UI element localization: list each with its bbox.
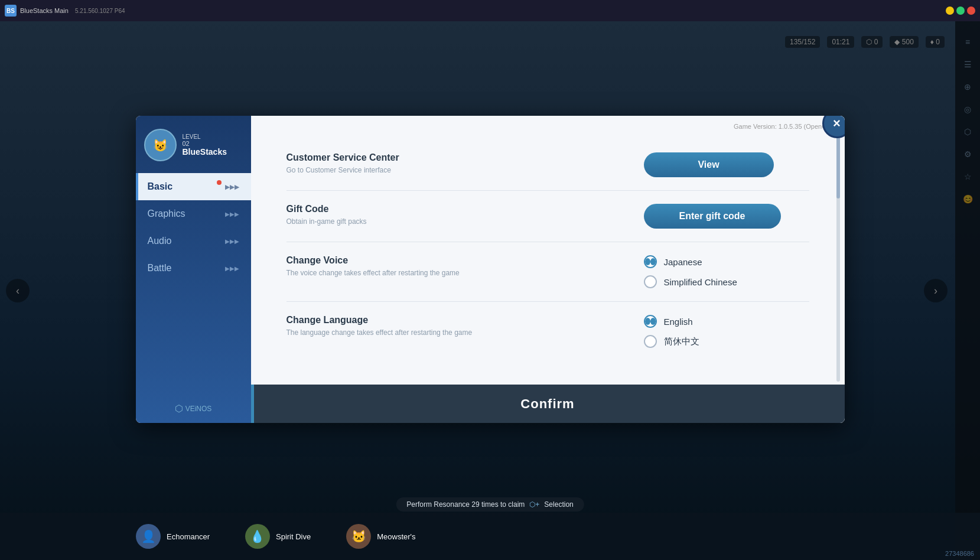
change-voice-control: Japanese Simplified Chinese — [644, 255, 809, 288]
notification-dot — [217, 180, 222, 185]
avatar-info: LEVEL 02 BlueStacks — [183, 134, 227, 157]
change-voice-title: Change Voice — [286, 255, 535, 266]
scrollbar[interactable] — [836, 128, 840, 382]
gift-code-label: Gift Code Obtain in-game gift packs — [286, 204, 535, 227]
app-icon: BS — [5, 5, 17, 17]
change-voice-label: Change Voice The voice change takes effe… — [286, 255, 535, 278]
avatar-level-num: 02 — [183, 140, 227, 147]
voice-japanese-radio[interactable] — [644, 255, 657, 268]
player-avatar-section: 😺 LEVEL 02 BlueStacks — [136, 122, 251, 168]
change-language-label: Change Language The language change take… — [286, 315, 535, 338]
app-title: BlueStacks Main 5.21.560.1027 P64 — [20, 7, 946, 14]
customer-service-control: View — [644, 152, 809, 177]
change-voice-desc: The voice change takes effect after rest… — [286, 268, 535, 278]
voice-simplified-chinese-label: Simplified Chinese — [664, 277, 737, 287]
change-language-desc: The language change takes effect after r… — [286, 328, 535, 338]
voice-simplified-chinese-radio[interactable] — [644, 275, 657, 288]
titlebar: BS BlueStacks Main 5.21.560.1027 P64 — [0, 0, 980, 21]
customer-service-desc: Go to Customer Service interface — [286, 165, 535, 175]
confirm-label: Confirm — [520, 396, 574, 412]
scrollbar-thumb[interactable] — [836, 128, 840, 198]
settings-content-area: Game Version: 1.0.5.35 (OpenGL) Customer… — [251, 116, 845, 423]
language-simplified-chinese-option[interactable]: 简休中文 — [644, 335, 699, 348]
language-english-option[interactable]: English — [644, 315, 693, 328]
settings-modal: × 😺 LEVEL 02 BlueStacks Basic ▶▶▶ — [136, 116, 845, 423]
voice-simplified-chinese-option[interactable]: Simplified Chinese — [644, 275, 737, 288]
customer-service-row: Customer Service Center Go to Customer S… — [286, 139, 809, 191]
window-close-button[interactable] — [967, 6, 975, 15]
veinos-logo: ⬡ VEiNOS — [175, 403, 212, 414]
sidebar-item-battle[interactable]: Battle ▶▶▶ — [136, 255, 251, 282]
avatar-username: BlueStacks — [183, 147, 227, 157]
enter-gift-code-button[interactable]: Enter gift code — [644, 204, 781, 229]
change-voice-row: Change Voice The voice change takes effe… — [286, 242, 809, 302]
change-language-control: English 简休中文 — [644, 315, 809, 348]
gift-code-title: Gift Code — [286, 204, 535, 214]
minimize-button[interactable] — [946, 6, 954, 15]
gift-code-control: Enter gift code — [644, 204, 809, 229]
voice-japanese-label: Japanese — [664, 257, 702, 267]
language-simplified-chinese-label: 简休中文 — [664, 336, 699, 347]
game-version-text: Game Version: 1.0.5.35 (OpenGL) — [734, 123, 833, 130]
customer-service-label: Customer Service Center Go to Customer S… — [286, 152, 535, 175]
customer-service-title: Customer Service Center — [286, 152, 535, 163]
language-simplified-chinese-radio[interactable] — [644, 335, 657, 348]
change-language-row: Change Language The language change take… — [286, 302, 809, 361]
sidebar-item-graphics[interactable]: Graphics ▶▶▶ — [136, 200, 251, 227]
settings-list: Customer Service Center Go to Customer S… — [251, 116, 845, 420]
language-english-radio[interactable] — [644, 315, 657, 328]
language-english-label: English — [664, 317, 693, 327]
avatar: 😺 — [144, 129, 177, 161]
change-language-title: Change Language — [286, 315, 535, 325]
sidebar-item-basic[interactable]: Basic ▶▶▶ — [136, 173, 251, 200]
view-button[interactable]: View — [644, 152, 774, 177]
voice-japanese-option[interactable]: Japanese — [644, 255, 702, 268]
sidebar-footer: ⬡ VEiNOS — [136, 403, 251, 414]
modal-overlay: × 😺 LEVEL 02 BlueStacks Basic ▶▶▶ — [0, 21, 980, 560]
sidebar-item-audio[interactable]: Audio ▶▶▶ — [136, 227, 251, 255]
gift-code-desc: Obtain in-game gift packs — [286, 217, 535, 227]
window-controls — [946, 6, 975, 15]
settings-sidebar: 😺 LEVEL 02 BlueStacks Basic ▶▶▶ Graphics… — [136, 116, 251, 423]
sidebar-navigation: Basic ▶▶▶ Graphics ▶▶▶ Audio ▶▶▶ Battle … — [136, 173, 251, 282]
confirm-button[interactable]: Confirm — [251, 385, 845, 423]
avatar-level-label: LEVEL — [183, 134, 227, 140]
maximize-button[interactable] — [956, 6, 965, 15]
gift-code-row: Gift Code Obtain in-game gift packs Ente… — [286, 191, 809, 242]
